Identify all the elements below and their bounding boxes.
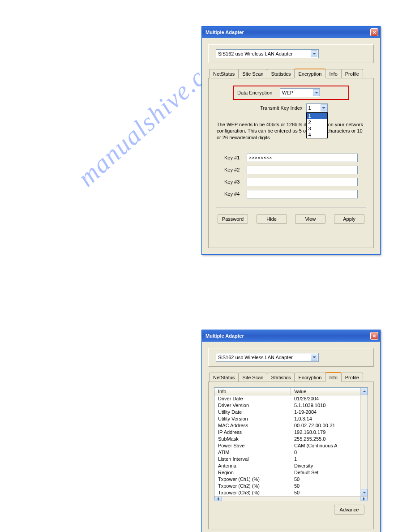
cell-value: 1 xyxy=(291,456,360,463)
tab-profile[interactable]: Profile xyxy=(341,373,363,382)
cell-value: 255.255.255.0 xyxy=(291,436,360,442)
close-icon[interactable]: ✕ xyxy=(370,28,378,36)
table-row[interactable]: Driver Date01/28/2004 xyxy=(214,395,360,402)
header-value[interactable]: Value xyxy=(291,388,360,395)
cell-info: Driver Version xyxy=(214,402,291,409)
advance-button[interactable]: Advance xyxy=(334,505,364,515)
table-body: Driver Date01/28/2004Driver Version5.1.1… xyxy=(214,395,360,496)
dialog-title: Multiple Adapter xyxy=(206,30,244,35)
adapter-value: SiS162 usb Wireless LAN Adapter xyxy=(218,355,293,360)
help-text: The WEP needs to be 40bits or 128bits de… xyxy=(217,121,365,141)
adapter-value: SiS162 usb Wireless LAN Adapter xyxy=(218,51,293,56)
key-label: Key #1 xyxy=(224,155,247,160)
tab-encryption[interactable]: Encryption xyxy=(294,69,325,78)
key-row: Key #1 xyxy=(224,154,358,162)
table-row[interactable]: Listen Interval1 xyxy=(214,456,360,463)
scroll-left-icon[interactable] xyxy=(214,497,222,501)
cell-info: Txpower (Ch1) (%) xyxy=(214,476,291,483)
tab-site-scan[interactable]: Site Scan xyxy=(238,69,267,78)
table-row[interactable]: ATIM0 xyxy=(214,449,360,456)
key-input[interactable] xyxy=(247,190,358,198)
table-row[interactable]: RegionDefault Set xyxy=(214,469,360,476)
transmit-key-select[interactable]: 1 1234 xyxy=(306,103,328,112)
horizontal-scrollbar[interactable] xyxy=(214,496,368,501)
tab-statistics[interactable]: Statistics xyxy=(267,69,295,78)
adapter-groupbox: SiS162 usb Wireless LAN Adapter xyxy=(208,44,374,63)
chevron-down-icon[interactable] xyxy=(311,354,317,361)
table-row[interactable]: Utility Version1.0.3.14 xyxy=(214,416,360,422)
tab-info[interactable]: Info xyxy=(325,372,341,382)
table-row[interactable]: Txpower (Ch2) (%)50 xyxy=(214,483,360,489)
info-panel: Info Value Driver Date01/28/2004Driver V… xyxy=(208,382,374,529)
tab-site-scan[interactable]: Site Scan xyxy=(238,373,267,382)
chevron-down-icon[interactable] xyxy=(321,104,327,112)
data-encryption-highlight: Data Encryption WEP xyxy=(233,86,349,100)
tab-profile[interactable]: Profile xyxy=(341,69,363,78)
tab-bar: NetStatusSite ScanStatisticsEncryptionIn… xyxy=(208,372,374,382)
cell-value: 50 xyxy=(291,489,360,496)
table-row[interactable]: Txpower (Ch1) (%)50 xyxy=(214,476,360,483)
cell-info: Txpower (Ch3) (%) xyxy=(214,489,291,496)
cell-value: CAM (Continuous A xyxy=(291,442,360,449)
data-encryption-select[interactable]: WEP xyxy=(280,88,320,97)
tab-encryption[interactable]: Encryption xyxy=(294,373,325,382)
cell-info: Antenna xyxy=(214,463,291,469)
table-row[interactable]: IP Address192.168.0.179 xyxy=(214,429,360,436)
apply-button[interactable]: Apply xyxy=(334,214,364,224)
table-row[interactable]: SubMask255.255.255.0 xyxy=(214,436,360,442)
key-input[interactable] xyxy=(247,166,358,174)
cell-info: Power Save xyxy=(214,442,291,449)
dropdown-option[interactable]: 3 xyxy=(307,125,327,132)
tab-info[interactable]: Info xyxy=(325,69,341,78)
keys-group: Key #1Key #2Key #3Key #4 xyxy=(216,148,366,208)
table-row[interactable]: Utility Date1-19-2004 xyxy=(214,409,360,416)
scroll-right-icon[interactable] xyxy=(360,497,368,501)
titlebar[interactable]: Multiple Adapter ✕ xyxy=(202,330,380,342)
close-icon[interactable]: ✕ xyxy=(370,332,378,340)
adapter-groupbox: SiS162 usb Wireless LAN Adapter xyxy=(208,348,374,367)
key-row: Key #4 xyxy=(224,190,358,198)
view-button[interactable]: View xyxy=(295,214,325,224)
encryption-dialog: Multiple Adapter ✕ SiS162 usb Wireless L… xyxy=(201,26,381,255)
scroll-down-icon[interactable] xyxy=(361,489,368,496)
table-row[interactable]: AntennaDiversity xyxy=(214,463,360,469)
key-input[interactable] xyxy=(247,154,358,162)
cell-value: 5.1.1039.1010 xyxy=(291,402,360,409)
chevron-down-icon[interactable] xyxy=(313,89,320,96)
adapter-select[interactable]: SiS162 usb Wireless LAN Adapter xyxy=(216,49,319,58)
cell-info: Region xyxy=(214,469,291,476)
cell-value: 1.0.3.14 xyxy=(291,416,360,422)
vertical-scrollbar[interactable] xyxy=(360,388,368,496)
header-info[interactable]: Info xyxy=(214,388,291,395)
password-button[interactable]: Password xyxy=(218,214,248,224)
info-dialog: Multiple Adapter ✕ SiS162 usb Wireless L… xyxy=(201,330,381,532)
scroll-up-icon[interactable] xyxy=(361,388,368,395)
tab-bar: NetStatusSite ScanStatisticsEncryptionIn… xyxy=(208,69,374,78)
dropdown-option[interactable]: 4 xyxy=(307,132,327,138)
tab-statistics[interactable]: Statistics xyxy=(267,373,295,382)
table-row[interactable]: Driver Version5.1.1039.1010 xyxy=(214,402,360,409)
dropdown-option[interactable]: 1 xyxy=(307,113,327,119)
dropdown-option[interactable]: 2 xyxy=(307,119,327,125)
key-row: Key #2 xyxy=(224,166,358,174)
key-label: Key #4 xyxy=(224,191,247,197)
titlebar[interactable]: Multiple Adapter ✕ xyxy=(202,26,380,38)
cell-info: Listen Interval xyxy=(214,456,291,463)
tab-netstatus[interactable]: NetStatus xyxy=(209,373,239,382)
tab-netstatus[interactable]: NetStatus xyxy=(209,69,239,78)
cell-info: Utility Version xyxy=(214,416,291,422)
adapter-select[interactable]: SiS162 usb Wireless LAN Adapter xyxy=(216,353,319,362)
table-row[interactable]: Power SaveCAM (Continuous A xyxy=(214,442,360,449)
hide-button[interactable]: Hide xyxy=(257,214,287,224)
table-row[interactable]: MAC Address00-02-72-00-00-31 xyxy=(214,422,360,429)
chevron-down-icon[interactable] xyxy=(311,50,317,57)
transmit-key-value: 1 xyxy=(308,105,311,111)
transmit-key-label: Transmit Key Index xyxy=(255,105,306,111)
data-encryption-value: WEP xyxy=(282,90,293,95)
data-encryption-label: Data Encryption xyxy=(237,90,280,95)
transmit-key-dropdown[interactable]: 1234 xyxy=(306,112,328,138)
button-row: Password Hide View Apply xyxy=(214,214,368,224)
key-input[interactable] xyxy=(247,178,358,186)
table-row[interactable]: Txpower (Ch3) (%)50 xyxy=(214,489,360,496)
cell-info: ATIM xyxy=(214,449,291,456)
